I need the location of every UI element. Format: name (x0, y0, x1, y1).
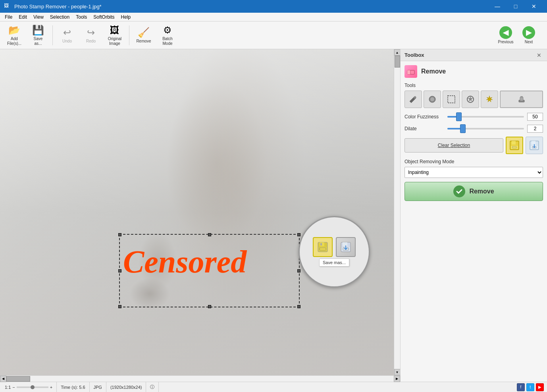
info-icon: ⓘ (150, 384, 154, 390)
undo-button[interactable]: ↩ Undo (56, 23, 78, 47)
youtube-icon[interactable]: ▶ (536, 383, 544, 391)
menu-selection[interactable]: Selection (47, 14, 73, 21)
scroll-thumb-h[interactable] (6, 376, 30, 382)
redo-button[interactable]: ↪ Redo (80, 23, 102, 47)
selection-handle-br[interactable] (297, 305, 300, 308)
selection-handle-bm[interactable] (208, 305, 211, 308)
zoom-thumb[interactable] (31, 385, 35, 389)
brush-icon (408, 95, 418, 104)
object-removing-mode-row: Object Removing Mode Inpainting Content-… (404, 159, 543, 178)
magic-wand-icon (466, 95, 475, 104)
load-mask-svg (339, 241, 352, 253)
canvas-main: Censored (0, 49, 400, 375)
toolbox-body: Remove Tools (401, 61, 547, 382)
next-label: Next (525, 40, 533, 44)
scroll-left-arrow[interactable]: ◀ (0, 376, 6, 382)
minimize-button[interactable]: — (488, 0, 507, 13)
time-label: Time (s): 5.6 (61, 385, 85, 390)
scroll-down-arrow[interactable]: ▼ (394, 369, 401, 375)
previous-label: Previous (498, 40, 514, 44)
dimensions-label: (1920x1280x24) (110, 385, 142, 390)
toolbox-close-button[interactable]: ✕ (535, 51, 543, 59)
star-tool-button[interactable] (481, 91, 498, 108)
scroll-track-h[interactable] (6, 376, 394, 382)
tools-section-label: Tools (404, 83, 543, 88)
scroll-track-v[interactable] (394, 56, 400, 369)
undo-icon: ↩ (63, 27, 71, 38)
facebook-icon[interactable]: f (517, 383, 525, 391)
zoom-track[interactable] (17, 386, 48, 388)
clear-selection-button[interactable]: Clear Selection (404, 138, 503, 153)
selection-handle-bl[interactable] (118, 305, 121, 308)
remove-action-icon (453, 185, 465, 197)
eraser-svg (406, 67, 415, 76)
dilate-track[interactable] (447, 128, 524, 129)
load-mask-button[interactable] (526, 137, 543, 154)
save-mask-button[interactable] (506, 137, 523, 154)
add-files-button[interactable]: 📂 Add File(s)... (3, 23, 25, 47)
dilate-value[interactable] (527, 125, 543, 133)
svg-rect-7 (343, 242, 347, 246)
zoom-plus-icon[interactable]: + (50, 385, 52, 390)
previous-button[interactable]: ◀ Previous (495, 23, 517, 47)
object-removing-mode-label: Object Removing Mode (404, 159, 543, 164)
svg-rect-24 (511, 146, 518, 149)
next-button[interactable]: ▶ Next (518, 23, 540, 47)
selection-handle-tr[interactable] (297, 233, 300, 236)
selection-handle-mr[interactable] (297, 269, 300, 272)
menu-view[interactable]: View (30, 14, 47, 21)
object-removing-mode-select[interactable]: Inpainting Content-Aware Fill Median Fil… (404, 167, 543, 178)
time-segment: Time (s): 5.6 (57, 382, 89, 392)
remove-icon: 🧹 (138, 27, 150, 38)
eraser-tool-icon (428, 95, 437, 104)
menu-help[interactable]: Help (118, 14, 134, 21)
toolbar-right: ◀ Previous ▶ Next (495, 23, 544, 47)
scroll-thumb-v[interactable] (395, 56, 400, 68)
svg-rect-12 (407, 70, 410, 74)
redo-label: Redo (86, 39, 96, 44)
menu-edit[interactable]: Edit (15, 14, 30, 21)
selection-rect[interactable] (119, 234, 300, 307)
close-button[interactable]: ✕ (525, 0, 543, 13)
window-controls: — □ ✕ (488, 0, 543, 13)
statusbar: 1:1 − + Time (s): 5.6 JPG (1920x1280x24)… (0, 382, 547, 392)
zoom-minus-icon[interactable]: − (12, 385, 15, 390)
selection-handle-ml[interactable] (118, 269, 121, 272)
rect-select-button[interactable] (443, 91, 460, 108)
original-image-button[interactable]: 🖼 Original Image (104, 23, 126, 47)
toolbox-title: Toolbox (404, 52, 424, 58)
remove-action-button[interactable]: Remove (404, 182, 543, 201)
scroll-up-arrow[interactable]: ▲ (394, 49, 401, 56)
save-mask-icon-button[interactable] (313, 237, 333, 257)
canvas-image[interactable]: Censored (0, 49, 394, 375)
stamp-tool-button[interactable] (500, 91, 543, 108)
zoom-slider[interactable]: − + (12, 385, 52, 390)
dilate-thumb[interactable] (460, 124, 466, 133)
add-files-label: Add File(s)... (7, 37, 21, 46)
scroll-right-arrow[interactable]: ▶ (394, 376, 400, 382)
save-as-button[interactable]: 💾 Save as... (27, 23, 49, 47)
menu-softorbits[interactable]: SoftOrbits (90, 14, 117, 21)
load-mask-icon-button[interactable] (336, 237, 356, 257)
next-arrow-icon: ▶ (522, 26, 535, 39)
save-mask-tooltip: Save mas... (319, 259, 349, 266)
format-segment: JPG (90, 382, 106, 392)
menu-tools[interactable]: Tools (73, 14, 90, 21)
remove-action-label: Remove (469, 188, 494, 195)
twitter-icon[interactable]: t (526, 383, 534, 391)
social-icons: f t ▶ (517, 383, 544, 391)
menu-file[interactable]: File (2, 14, 15, 21)
remove-button[interactable]: 🧹 Remove (133, 23, 155, 47)
magic-wand-button[interactable] (462, 91, 479, 108)
maximize-button[interactable]: □ (507, 0, 525, 13)
batch-mode-button[interactable]: ⚙ Batch Mode (156, 23, 179, 47)
eraser-tool-button[interactable] (424, 91, 441, 108)
selection-handle-tl[interactable] (118, 233, 121, 236)
magnifier-overlay: Save mas... (299, 216, 370, 288)
color-fuzziness-track[interactable] (447, 116, 524, 118)
rect-select-icon (447, 95, 456, 104)
color-fuzziness-value[interactable] (527, 113, 543, 121)
color-fuzziness-thumb[interactable] (456, 112, 462, 121)
brush-tool-button[interactable] (404, 91, 422, 108)
selection-handle-tm[interactable] (208, 233, 211, 236)
